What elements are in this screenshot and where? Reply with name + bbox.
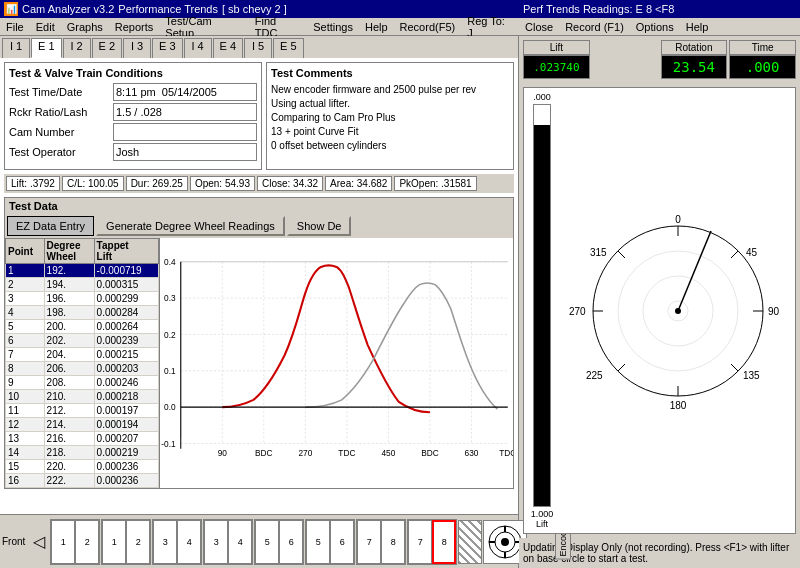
- cyl-8b-selected[interactable]: 8: [432, 520, 456, 564]
- cyl-3b[interactable]: 3: [204, 520, 228, 564]
- menu-help[interactable]: Help: [363, 21, 390, 33]
- menu-help-right[interactable]: Help: [684, 21, 711, 33]
- table-cell: 1: [6, 264, 45, 278]
- cyl-group-4: 3 4: [203, 519, 253, 565]
- input-test-operator[interactable]: [113, 143, 257, 161]
- test-comments-text: New encoder firmware and 2500 pulse per …: [271, 83, 509, 153]
- table-cell: 216.: [44, 432, 94, 446]
- lift-bar-bottom-label: 1.000Lift: [531, 509, 554, 529]
- svg-text:0.4: 0.4: [164, 257, 176, 267]
- tab-e5[interactable]: E 5: [273, 38, 304, 58]
- svg-text:-0.1: -0.1: [161, 439, 176, 449]
- menu-settings[interactable]: Settings: [311, 21, 355, 33]
- menu-reports[interactable]: Reports: [113, 21, 156, 33]
- btn-generate-degree[interactable]: Generate Degree Wheel Readings: [96, 216, 285, 236]
- cyl-6b[interactable]: 6: [330, 520, 354, 564]
- cyl-1a[interactable]: 1: [51, 520, 75, 564]
- tab-i4[interactable]: I 4: [184, 38, 212, 58]
- svg-text:0.1: 0.1: [164, 366, 176, 376]
- svg-text:TDC: TDC: [338, 448, 355, 458]
- table-cell: 0.000218: [94, 390, 158, 404]
- cyl-group-8: 7 8: [407, 519, 457, 565]
- cyl-2a[interactable]: 2: [75, 520, 99, 564]
- lift-chart: 0.4 0.3 0.2 0.1 0.0 -0.1 90 BDC 270: [160, 238, 513, 488]
- cyl-2b[interactable]: 2: [126, 520, 150, 564]
- menu-test-cam-setup[interactable]: Test/Cam Setup: [163, 15, 244, 39]
- menu-record[interactable]: Record(F5): [398, 21, 458, 33]
- cyl-5b[interactable]: 5: [306, 520, 330, 564]
- cyl-3a[interactable]: 3: [153, 520, 177, 564]
- table-cell: 16: [6, 474, 45, 488]
- app-icon: 📊: [4, 2, 18, 16]
- label-test-operator: Test Operator: [9, 143, 109, 161]
- readings-grid: Lift .023740 Rotation 23.54 Time .000: [523, 40, 796, 79]
- table-cell: 212.: [44, 404, 94, 418]
- test-comments-panel: Test Comments New encoder firmware and 2…: [266, 62, 514, 170]
- input-test-time[interactable]: [113, 83, 257, 101]
- btn-show-de[interactable]: Show De: [287, 216, 352, 236]
- tab-bar: I 1 E 1 I 2 E 2 I 3 E 3 I 4 E 4 I 5 E 5: [0, 36, 518, 58]
- test-data-section: Test Data EZ Data Entry Generate Degree …: [4, 197, 514, 489]
- tab-i3[interactable]: I 3: [123, 38, 151, 58]
- data-table-container: Point DegreeWheel TappetLift 1192.-0.000…: [5, 238, 160, 488]
- cyl-4a[interactable]: 4: [177, 520, 201, 564]
- left-arrow: ◁: [29, 520, 49, 564]
- test-conditions-title: Test & Valve Train Conditions: [9, 67, 257, 79]
- tab-i1[interactable]: I 1: [2, 38, 30, 58]
- menu-file[interactable]: File: [4, 21, 26, 33]
- lift-bar-top-label: .000: [533, 92, 551, 102]
- cyl-5a[interactable]: 5: [255, 520, 279, 564]
- table-cell: 220.: [44, 460, 94, 474]
- table-cell: 0.000264: [94, 320, 158, 334]
- menu-find-tdc[interactable]: Find TDC: [253, 15, 303, 39]
- btn-ez-data-entry[interactable]: EZ Data Entry: [7, 216, 94, 236]
- cyl-1b[interactable]: 1: [102, 520, 126, 564]
- svg-text:630: 630: [465, 448, 479, 458]
- tab-e2[interactable]: E 2: [92, 38, 123, 58]
- table-cell: 8: [6, 362, 45, 376]
- menu-graphs[interactable]: Graphs: [65, 21, 105, 33]
- tab-i5[interactable]: I 5: [244, 38, 272, 58]
- table-cell: 222.: [44, 474, 94, 488]
- lift-reading: Lift .023740: [523, 40, 590, 79]
- time-label: Time: [729, 40, 796, 55]
- table-cell: 6: [6, 334, 45, 348]
- lift-bar-panel: .000 1.000Lift: [524, 88, 560, 533]
- menu-options[interactable]: Options: [634, 21, 676, 33]
- stat-pkopen: PkOpen: .31581: [394, 176, 476, 191]
- menu-close[interactable]: Close: [523, 21, 555, 33]
- encoder-hatched: [458, 520, 482, 564]
- table-cell: 0.000219: [94, 446, 158, 460]
- table-cell: 2: [6, 278, 45, 292]
- rotation-value: 23.54: [661, 55, 728, 79]
- cyl-group-1: 1 2: [50, 519, 100, 565]
- cyl-6a[interactable]: 6: [279, 520, 303, 564]
- tab-e3[interactable]: E 3: [152, 38, 183, 58]
- table-cell: 0.000246: [94, 376, 158, 390]
- menu-edit[interactable]: Edit: [34, 21, 57, 33]
- data-table: Point DegreeWheel TappetLift 1192.-0.000…: [5, 238, 159, 488]
- cyl-4b[interactable]: 4: [228, 520, 252, 564]
- stat-dur: Dur: 269.25: [126, 176, 188, 191]
- cyl-7b[interactable]: 7: [408, 520, 432, 564]
- svg-text:0.3: 0.3: [164, 293, 176, 303]
- table-cell: 4: [6, 306, 45, 320]
- menu-reg[interactable]: Reg To: J: [465, 15, 515, 39]
- menu-record-f1[interactable]: Record (F1): [563, 21, 626, 33]
- tab-e4[interactable]: E 4: [213, 38, 244, 58]
- table-cell: 0.000194: [94, 418, 158, 432]
- table-cell: 198.: [44, 306, 94, 320]
- tab-e1[interactable]: E 1: [31, 38, 62, 58]
- table-cell: 218.: [44, 446, 94, 460]
- cyl-8a[interactable]: 8: [381, 520, 405, 564]
- input-rckr-ratio[interactable]: [113, 103, 257, 121]
- table-cell: 9: [6, 376, 45, 390]
- table-cell: 5: [6, 320, 45, 334]
- svg-text:0.0: 0.0: [164, 402, 176, 412]
- cyl-7a[interactable]: 7: [357, 520, 381, 564]
- encoder-cells: ◁ 1 2 1 2 3 4 3: [29, 519, 527, 565]
- input-cam-number[interactable]: [113, 123, 257, 141]
- table-cell: -0.000719: [94, 264, 158, 278]
- tab-i2[interactable]: I 2: [63, 38, 91, 58]
- svg-text:135: 135: [743, 370, 760, 381]
